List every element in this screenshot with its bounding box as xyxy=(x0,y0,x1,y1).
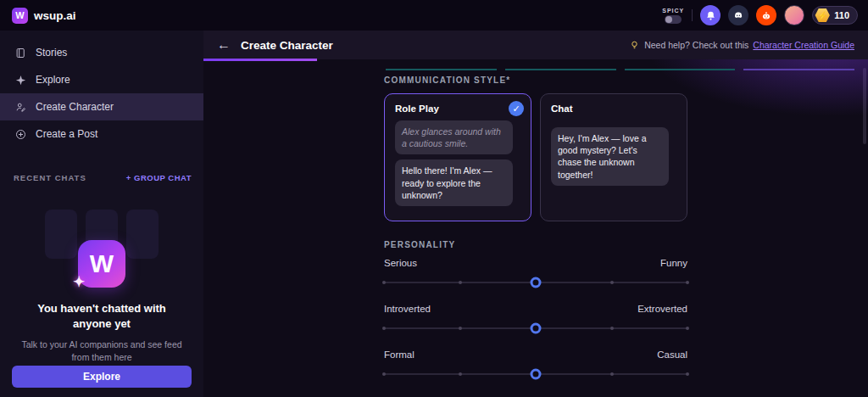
option-chat[interactable]: Chat Hey, I'm Alex — love a good mystery… xyxy=(540,93,687,221)
slider-introverted-extroverted: Introverted Extroverted xyxy=(384,304,687,335)
chat-bubble: Alex glances around with a cautious smil… xyxy=(395,120,513,154)
sidebar-item-explore[interactable]: Explore xyxy=(0,66,203,93)
logo-letter: W xyxy=(90,249,114,278)
communication-style-options: ✓ Role Play Alex glances around with a c… xyxy=(384,93,687,221)
step-segment[interactable] xyxy=(386,69,497,70)
slider-track[interactable] xyxy=(384,367,687,381)
notifications-bell-icon[interactable] xyxy=(700,5,721,25)
coin-count: 110 xyxy=(834,10,849,20)
option-role-play[interactable]: ✓ Role Play Alex glances around with a c… xyxy=(384,93,531,221)
page-header: ← Create Character Need help? Check out … xyxy=(203,31,868,59)
slider-handle[interactable] xyxy=(531,277,542,288)
page-title: Create Character xyxy=(241,39,333,52)
personality-label: PERSONALITY xyxy=(384,240,687,249)
spicy-toggle-group: SPICY xyxy=(662,8,684,24)
wsup-logo-icon: W xyxy=(12,8,28,24)
sparkle-icon: ✦ xyxy=(73,273,85,291)
empty-state-subtitle: Talk to your AI companions and see feed … xyxy=(14,338,190,364)
slider-track[interactable] xyxy=(384,276,687,289)
option-title: Chat xyxy=(551,103,676,114)
main-content: ← Create Character Need help? Check out … xyxy=(203,31,868,397)
topbar: W wsup.ai SPICY ⚡ 110 xyxy=(0,0,868,31)
slider-left-label: Introverted xyxy=(384,304,431,314)
wsup-logo-large: W ✦ xyxy=(78,240,125,288)
coin-balance-badge[interactable]: ⚡ 110 xyxy=(812,6,858,25)
slider-right-label: Casual xyxy=(657,349,687,360)
sidebar-item-label: Create a Post xyxy=(36,128,97,140)
communication-style-label: COMMUNICATION STYLE* xyxy=(384,75,687,85)
profile-avatar[interactable] xyxy=(784,5,804,25)
slider-left-label: Formal xyxy=(384,349,415,360)
empty-state-title: You haven't chatted with anyone yet xyxy=(21,301,182,331)
brand-name: wsup.ai xyxy=(34,9,76,22)
step-segment-active[interactable] xyxy=(743,69,854,70)
sidebar-item-stories[interactable]: Stories xyxy=(0,39,203,66)
help-prefix: Need help? Check out this xyxy=(644,40,748,50)
explore-button[interactable]: Explore xyxy=(12,366,192,388)
discord-icon[interactable] xyxy=(728,5,748,25)
active-tab-underline xyxy=(203,59,317,61)
sidebar-item-create-post[interactable]: Create a Post xyxy=(0,120,203,148)
ghost-card xyxy=(45,210,77,259)
slider-serious-funny: Serious Funny xyxy=(384,258,687,289)
chat-bubble: Hello there! I'm Alex — ready to explore… xyxy=(395,159,513,206)
recent-chats-label: RECENT CHATS xyxy=(14,173,86,182)
sidebar-nav: Stories Explore Create Character Create … xyxy=(0,31,203,148)
reddit-icon[interactable] xyxy=(756,5,776,25)
ghost-card xyxy=(126,210,159,259)
spicy-toggle[interactable] xyxy=(665,15,682,24)
sidebar-item-label: Explore xyxy=(36,74,70,86)
step-indicator xyxy=(386,69,854,70)
toggle-knob xyxy=(665,16,672,23)
sidebar-item-label: Stories xyxy=(36,47,67,59)
stories-icon xyxy=(14,46,27,59)
sidebar-item-label: Create Character xyxy=(36,101,114,113)
slider-handle[interactable] xyxy=(531,368,542,379)
form-content: COMMUNICATION STYLE* ✓ Role Play Alex gl… xyxy=(384,75,687,397)
divider xyxy=(692,9,693,21)
empty-chats-state: W ✦ You haven't chatted with anyone yet … xyxy=(0,182,203,365)
sidebar: Stories Explore Create Character Create … xyxy=(0,31,203,397)
create-post-icon xyxy=(14,127,27,141)
recent-chats-header: RECENT CHATS + GROUP CHAT xyxy=(0,173,203,182)
slider-handle[interactable] xyxy=(531,322,542,333)
character-creation-guide-link[interactable]: Character Creation Guide xyxy=(753,40,854,50)
group-chat-button[interactable]: + GROUP CHAT xyxy=(126,173,192,182)
back-arrow-icon[interactable]: ← xyxy=(217,37,231,53)
step-segment[interactable] xyxy=(625,69,736,70)
selected-check-icon: ✓ xyxy=(509,101,524,116)
slider-left-label: Serious xyxy=(384,258,417,268)
explore-sparkle-icon xyxy=(14,73,27,87)
step-segment[interactable] xyxy=(505,69,616,70)
topbar-actions: SPICY ⚡ 110 xyxy=(662,5,858,25)
coin-icon: ⚡ xyxy=(815,8,830,23)
help-text: Need help? Check out this Character Crea… xyxy=(629,40,854,51)
option-title: Role Play xyxy=(395,103,520,114)
scrollbar[interactable] xyxy=(863,68,866,144)
slider-formal-casual: Formal Casual xyxy=(384,349,687,381)
chat-bubble: Hey, I'm Alex — love a good mystery? Let… xyxy=(551,127,669,186)
create-character-icon xyxy=(14,100,27,114)
spicy-label: SPICY xyxy=(662,8,684,14)
lightbulb-icon xyxy=(629,40,640,51)
brand[interactable]: W wsup.ai xyxy=(12,8,76,24)
slider-track[interactable] xyxy=(384,322,687,335)
sidebar-item-create-character[interactable]: Create Character xyxy=(0,93,203,120)
slider-right-label: Funny xyxy=(660,258,687,268)
slider-right-label: Extroverted xyxy=(637,304,687,314)
